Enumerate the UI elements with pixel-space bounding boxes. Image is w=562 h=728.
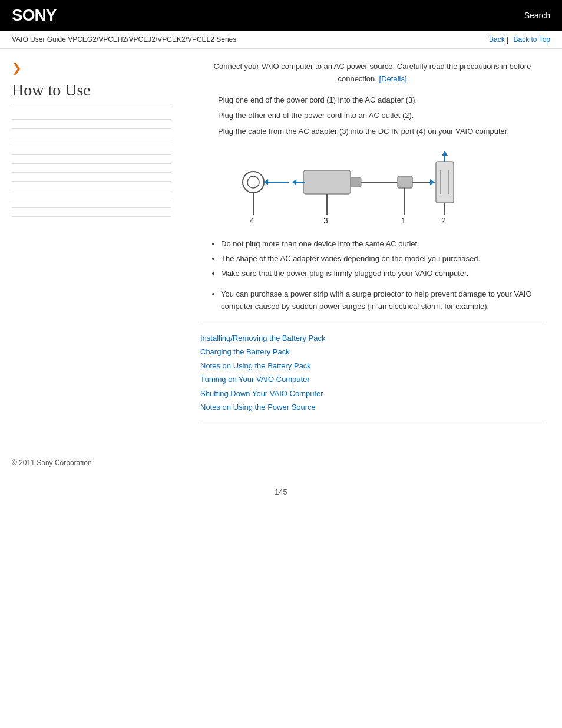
- sidebar-item-9[interactable]: [12, 182, 171, 190]
- connection-diagram: 4 3 1: [218, 150, 465, 226]
- caution-item-2: The shape of the AC adapter varies depen…: [221, 253, 544, 265]
- intro-paragraph: Connect your VAIO computer to an AC powe…: [200, 61, 544, 85]
- sidebar-item-3[interactable]: [12, 129, 171, 137]
- svg-marker-22: [442, 151, 448, 156]
- nav-links: Back | Back to Top: [486, 35, 550, 44]
- related-link-turning-on[interactable]: Turning on Your VAIO Computer: [200, 373, 544, 386]
- svg-text:1: 1: [401, 216, 406, 225]
- sidebar-item-11[interactable]: [12, 199, 171, 208]
- nav-separator: |: [507, 35, 510, 44]
- svg-marker-9: [292, 179, 296, 185]
- sidebar-item-4[interactable]: [12, 137, 171, 146]
- svg-point-1: [247, 176, 259, 188]
- svg-rect-6: [303, 170, 351, 194]
- svg-point-0: [243, 172, 264, 193]
- back-to-top-link[interactable]: Back to Top: [514, 35, 550, 44]
- svg-text:2: 2: [441, 216, 446, 225]
- svg-text:4: 4: [250, 216, 254, 225]
- svg-text:3: 3: [323, 216, 328, 225]
- sidebar-item-10[interactable]: [12, 190, 171, 199]
- bullet-section-2: You can purchase a power strip with a su…: [209, 288, 544, 313]
- bullet-section-1: Do not plug more than one device into th…: [209, 238, 544, 279]
- svg-rect-13: [398, 176, 412, 188]
- step-3: Plug the cable from the AC adapter (3) i…: [218, 126, 544, 138]
- step-1: Plug one end of the power cord (1) into …: [218, 94, 544, 107]
- intro-text: Connect your VAIO computer to an AC powe…: [214, 62, 531, 83]
- diagram-container: 4 3 1: [218, 150, 544, 226]
- caution-item-3: Make sure that the power plug is firmly …: [221, 268, 544, 280]
- svg-marker-3: [264, 179, 268, 185]
- details-link[interactable]: [Details]: [379, 74, 407, 83]
- back-link[interactable]: Back: [489, 35, 505, 44]
- nav-bar: VAIO User Guide VPCEG2/VPCEH2/VPCEJ2/VPC…: [0, 31, 562, 49]
- related-link-installing[interactable]: Installing/Removing the Battery Pack: [200, 331, 544, 345]
- related-link-shutting-down[interactable]: Shutting Down Your VAIO Computer: [200, 387, 544, 400]
- tip-item-1: You can purchase a power strip with a su…: [221, 288, 544, 313]
- svg-rect-7: [351, 177, 361, 187]
- related-link-charging[interactable]: Charging the Battery Pack: [200, 345, 544, 358]
- header: SONY Search: [0, 0, 562, 31]
- content-area: Connect your VAIO computer to an AC powe…: [183, 49, 562, 435]
- main-container: ❯ How to Use Connect your VAIO computer …: [0, 49, 562, 435]
- footer: © 2011 Sony Corporation: [0, 447, 562, 479]
- caution-list: Do not plug more than one device into th…: [209, 238, 544, 279]
- svg-marker-17: [430, 179, 435, 185]
- search-button[interactable]: Search: [524, 11, 550, 20]
- sidebar-item-1[interactable]: [12, 111, 171, 120]
- sidebar-item-2[interactable]: [12, 120, 171, 129]
- tip-list: You can purchase a power strip with a su…: [209, 288, 544, 313]
- sidebar-title: How to Use: [12, 81, 171, 100]
- copyright: © 2011 Sony Corporation: [12, 459, 92, 467]
- sidebar-item-12[interactable]: [12, 208, 171, 217]
- sidebar: ❯ How to Use: [0, 49, 183, 435]
- svg-rect-18: [436, 162, 454, 203]
- sidebar-arrow-icon: ❯: [12, 61, 171, 75]
- related-link-notes-battery[interactable]: Notes on Using the Battery Pack: [200, 359, 544, 373]
- sidebar-divider: [12, 106, 171, 106]
- sidebar-item-8[interactable]: [12, 173, 171, 182]
- page-number: 145: [0, 479, 562, 505]
- sony-logo: SONY: [12, 6, 56, 25]
- related-links-section: Installing/Removing the Battery Pack Cha…: [200, 322, 544, 423]
- sidebar-item-5[interactable]: [12, 146, 171, 155]
- breadcrumb: VAIO User Guide VPCEG2/VPCEH2/VPCEJ2/VPC…: [12, 35, 236, 44]
- step-2: Plug the other end of the power cord int…: [218, 110, 544, 122]
- caution-item-1: Do not plug more than one device into th…: [221, 238, 544, 251]
- sidebar-item-7[interactable]: [12, 164, 171, 173]
- related-link-notes-power[interactable]: Notes on Using the Power Source: [200, 400, 544, 414]
- sidebar-item-6[interactable]: [12, 155, 171, 164]
